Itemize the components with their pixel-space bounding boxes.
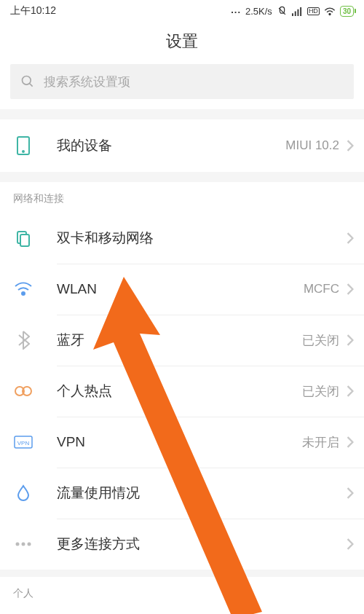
section-header-personal: 个人	[0, 577, 364, 607]
chevron-right-icon	[347, 538, 354, 550]
search-icon	[20, 74, 35, 89]
svg-rect-10	[20, 235, 29, 246]
signal-icon	[292, 7, 303, 16]
row-wlan[interactable]: WLAN MCFC	[0, 264, 364, 315]
hd-indicator: HD	[307, 7, 320, 15]
row-label: 更多连接方式	[57, 535, 347, 554]
more-icon	[13, 534, 33, 554]
row-my-device[interactable]: 我的设备 MIUI 10.2	[0, 119, 364, 172]
hotspot-icon	[13, 381, 33, 401]
phone-icon	[13, 135, 33, 156]
svg-rect-0	[292, 13, 293, 16]
row-value: 已关闭	[302, 332, 339, 349]
network-speed: 2.5K/s	[245, 6, 272, 17]
chevron-right-icon	[347, 140, 354, 151]
row-hotspot[interactable]: 个人热点 已关闭	[0, 366, 364, 417]
row-data-usage[interactable]: 流量使用情况	[0, 468, 364, 519]
svg-point-4	[329, 13, 331, 15]
row-dual-sim[interactable]: 双卡和移动网络	[0, 213, 364, 264]
status-indicators: ... 2.5K/s HD 30	[231, 6, 354, 17]
svg-point-11	[22, 292, 25, 295]
status-bar: 上午10:12 ... 2.5K/s HD 30	[0, 0, 364, 22]
search-input[interactable]: 搜索系统设置项	[10, 64, 354, 99]
svg-point-18	[28, 543, 31, 546]
row-value: MCFC	[304, 282, 339, 296]
row-vpn[interactable]: VPN VPN 未开启	[0, 417, 364, 468]
droplet-icon	[13, 483, 33, 503]
chevron-right-icon	[347, 385, 354, 397]
status-dots-icon: ...	[231, 4, 241, 15]
row-label: 蓝牙	[57, 331, 302, 350]
mute-icon	[277, 6, 288, 17]
row-label: VPN	[57, 434, 302, 450]
search-placeholder: 搜索系统设置项	[44, 74, 130, 90]
section-header-network: 网络和连接	[0, 182, 364, 213]
wifi-icon	[324, 7, 336, 16]
svg-text:VPN: VPN	[17, 440, 30, 446]
wlan-icon	[13, 279, 33, 299]
svg-point-8	[23, 151, 24, 152]
svg-line-6	[30, 84, 33, 87]
svg-point-17	[22, 543, 25, 546]
svg-rect-3	[300, 7, 301, 15]
chevron-right-icon	[347, 232, 354, 244]
bluetooth-icon	[13, 330, 33, 350]
svg-point-16	[16, 543, 20, 546]
battery-indicator: 30	[340, 6, 354, 17]
status-time: 上午10:12	[10, 4, 56, 17]
row-value: 已关闭	[302, 383, 339, 400]
row-value: 未开启	[302, 434, 339, 451]
chevron-right-icon	[347, 334, 354, 346]
row-label: 流量使用情况	[57, 484, 347, 503]
row-label: 双卡和移动网络	[57, 229, 347, 248]
svg-rect-2	[297, 9, 298, 15]
row-label: 个人热点	[57, 382, 302, 401]
sim-icon	[13, 228, 33, 248]
row-label: WLAN	[57, 281, 304, 297]
row-label: 我的设备	[57, 136, 285, 155]
row-bluetooth[interactable]: 蓝牙 已关闭	[0, 315, 364, 366]
page-title: 设置	[0, 22, 364, 64]
svg-rect-1	[295, 11, 296, 16]
svg-point-5	[23, 76, 31, 85]
chevron-right-icon	[347, 487, 354, 499]
row-more-connections[interactable]: 更多连接方式	[0, 519, 364, 570]
chevron-right-icon	[347, 436, 354, 448]
chevron-right-icon	[347, 283, 354, 295]
search-container: 搜索系统设置项	[0, 64, 364, 109]
vpn-icon: VPN	[13, 432, 33, 452]
row-value: MIUI 10.2	[285, 138, 339, 153]
